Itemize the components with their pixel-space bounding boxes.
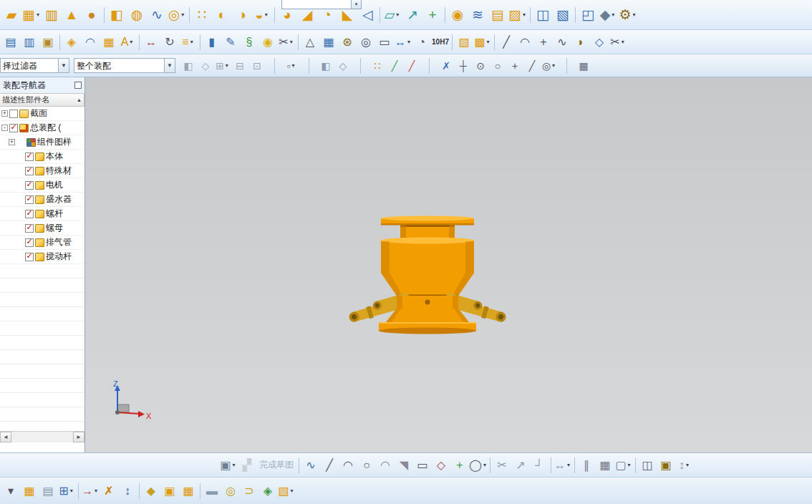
graphics-viewport[interactable]: Z X: [85, 77, 812, 452]
panel-pin-icon[interactable]: [74, 82, 82, 89]
visibility-checkbox[interactable]: [25, 167, 34, 175]
thread-icon[interactable]: ≋: [468, 4, 488, 26]
sew-icon[interactable]: ◇: [590, 33, 609, 52]
show-hide-icon[interactable]: ◧: [180, 57, 197, 74]
datum-csys-icon[interactable]: +: [422, 4, 443, 26]
chevron-down-icon[interactable]: ▼: [164, 59, 175, 72]
finish-sketch-flag-icon[interactable]: ▞: [238, 456, 256, 475]
overflow-caret-icon[interactable]: ▾: [1, 482, 20, 500]
customize-icon[interactable]: ⚙: [618, 4, 638, 26]
expander-icon[interactable]: +: [9, 139, 15, 145]
grid-toggle-icon[interactable]: ▦: [575, 57, 592, 74]
visibility-checkbox[interactable]: [25, 181, 34, 190]
annotate-icon[interactable]: ✎: [221, 33, 240, 52]
visibility-checkbox[interactable]: [25, 224, 34, 233]
expander-icon[interactable]: -: [1, 125, 8, 131]
pattern-component-icon[interactable]: ▣: [160, 482, 179, 500]
tree-row[interactable]: 特殊材: [0, 164, 84, 178]
studio-spline-icon[interactable]: ∿: [553, 33, 571, 52]
circle-sketch-icon[interactable]: ○: [357, 456, 376, 475]
visibility-checkbox[interactable]: [9, 110, 18, 118]
pattern-geometry-icon[interactable]: ▦: [100, 33, 118, 52]
trim-curve-icon[interactable]: ✂: [277, 33, 296, 52]
assembly-model[interactable]: [347, 216, 507, 334]
arc-curve-icon[interactable]: ◠: [516, 33, 534, 52]
transform-icon[interactable]: ◈: [62, 33, 81, 52]
sweep-icon[interactable]: ∿: [147, 4, 167, 26]
exploded-component-icon[interactable]: ▧: [277, 482, 296, 500]
align-icon[interactable]: ≡: [179, 33, 198, 52]
tree-row[interactable]: 排气管: [0, 236, 84, 250]
note-icon[interactable]: ▭: [375, 33, 394, 52]
expander-icon[interactable]: [17, 225, 24, 231]
tree-row[interactable]: 本体: [0, 150, 84, 164]
snap-tangent-icon[interactable]: ◎: [541, 57, 558, 74]
reattach-icon[interactable]: ↕: [675, 456, 694, 475]
point-tool-icon[interactable]: +: [534, 33, 553, 52]
layer-in-view-icon[interactable]: ⊡: [248, 57, 266, 74]
move-component-icon[interactable]: →: [81, 482, 100, 500]
finish-sketch-label[interactable]: 完成草图: [256, 456, 296, 475]
washer-icon[interactable]: ◉: [258, 33, 277, 52]
dimension-icon[interactable]: ↔: [394, 33, 412, 52]
sheet-body-icon[interactable]: ▧: [553, 4, 573, 26]
mirror-curve-icon[interactable]: ◫: [638, 456, 657, 475]
unite-icon[interactable]: ◐: [212, 4, 232, 26]
surface-icon[interactable]: ◗: [571, 33, 590, 52]
exploded-view-icon[interactable]: ▩: [473, 33, 492, 52]
expander-icon[interactable]: [17, 153, 24, 160]
section-curve-icon[interactable]: ✂: [609, 33, 627, 52]
line-curve-icon[interactable]: ╱: [497, 33, 516, 52]
chevron-down-icon[interactable]: ▼: [58, 59, 69, 72]
spring-tool-icon[interactable]: §: [240, 33, 258, 52]
fillet-sketch-icon[interactable]: ◠: [376, 456, 395, 475]
move-object-icon[interactable]: ↔: [142, 33, 160, 52]
copy-to-layer-icon[interactable]: ⊟: [231, 57, 248, 74]
snap-perpendicular-icon[interactable]: ┼: [455, 57, 472, 74]
extrude-icon[interactable]: ◧: [107, 4, 127, 26]
geometric-constraints-icon[interactable]: ∥: [577, 456, 596, 475]
snap-face-icon[interactable]: ╱: [523, 57, 541, 74]
cone-icon[interactable]: ▲: [62, 4, 82, 26]
ellipse-sketch-icon[interactable]: ◯: [469, 456, 488, 475]
new-part-icon[interactable]: ▰: [1, 4, 21, 26]
immediate-hide-icon[interactable]: ◇: [197, 57, 214, 74]
pattern-feature-icon[interactable]: ∷: [192, 4, 212, 26]
tree-row[interactable]: - 总装配 (: [0, 121, 84, 135]
navigator-column-header[interactable]: 描述性部件名 ▲: [0, 93, 84, 107]
expression-icon[interactable]: ▮: [203, 33, 221, 52]
mirror-assembly-icon[interactable]: ▦: [179, 482, 198, 500]
section-view-icon[interactable]: ◰: [578, 4, 598, 26]
make-corner-icon[interactable]: ┘: [530, 456, 548, 475]
expander-icon[interactable]: [17, 253, 24, 260]
command-search-box[interactable]: ▾: [281, 0, 362, 9]
datum-plane-icon[interactable]: ▱: [382, 4, 402, 26]
scroll-right-button[interactable]: ►: [73, 432, 84, 442]
pattern-curve-icon[interactable]: ▦: [596, 456, 614, 475]
line-sketch-icon[interactable]: ╱: [320, 456, 339, 475]
shaded-view-icon[interactable]: ◧: [317, 57, 334, 74]
chamfer-sketch-icon[interactable]: ◥: [395, 456, 413, 475]
snap-arc-center-icon[interactable]: ⊙: [472, 57, 489, 74]
hook-part-icon[interactable]: ⊃: [240, 482, 258, 500]
sequence-icon[interactable]: ▬: [203, 482, 221, 500]
cylinder-icon[interactable]: ▥: [42, 4, 62, 26]
binocular-icon[interactable]: ◔: [412, 33, 431, 52]
bearing-icon[interactable]: ◎: [357, 33, 375, 52]
scroll-track[interactable]: [11, 432, 73, 442]
expander-icon[interactable]: [17, 239, 24, 246]
rapid-dimension-icon[interactable]: ↔: [554, 456, 572, 475]
tree-row[interactable]: + 截面: [0, 107, 84, 121]
assemblies-icon[interactable]: ▦: [20, 482, 39, 500]
visibility-checkbox[interactable]: [9, 124, 18, 132]
tree-row[interactable]: 螺母: [0, 221, 84, 236]
render-style-icon[interactable]: ◆: [598, 4, 618, 26]
selection-filter-dropdown[interactable]: 择过滤器 ▼: [0, 58, 69, 73]
tag-part-icon[interactable]: ◈: [258, 482, 277, 500]
visibility-checkbox[interactable]: [25, 210, 34, 218]
gear-pair-icon[interactable]: ⊛: [338, 33, 357, 52]
emboss-icon[interactable]: ▨: [508, 4, 528, 26]
expander-icon[interactable]: [17, 210, 24, 217]
quick-extend-icon[interactable]: ↗: [511, 456, 530, 475]
tree-row[interactable]: 电机: [0, 178, 84, 193]
